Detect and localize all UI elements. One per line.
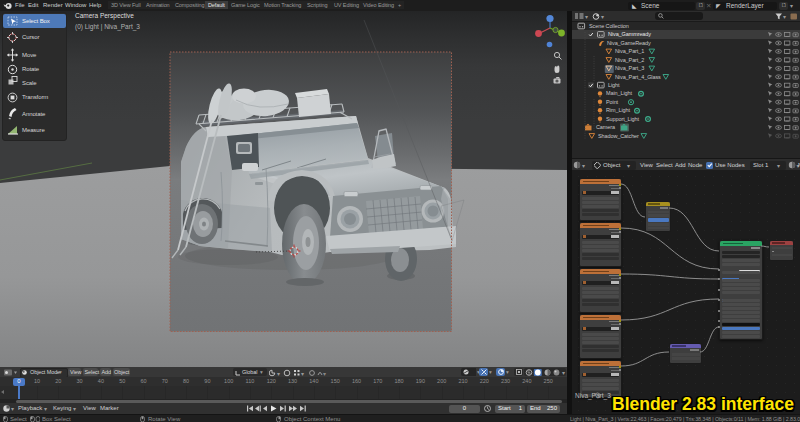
- svg-text:▾: ▾: [562, 370, 565, 376]
- svg-text:▾: ▾: [301, 370, 304, 376]
- svg-text:▾: ▾: [323, 370, 326, 376]
- svg-text:▾: ▾: [582, 163, 585, 169]
- svg-text:▾: ▾: [277, 370, 280, 376]
- svg-text:▾: ▾: [11, 406, 14, 412]
